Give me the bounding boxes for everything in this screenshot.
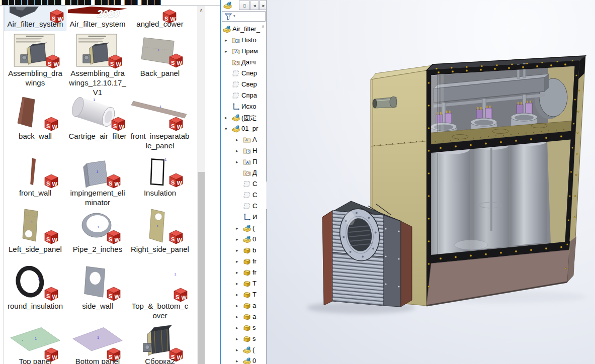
tree-item[interactable]: ▸(固定 — [221, 112, 269, 123]
expand-closed-icon[interactable]: ▸ — [236, 358, 238, 363]
tree-item[interactable]: Спра — [221, 90, 269, 101]
tree-item[interactable]: ▸T — [221, 289, 269, 300]
tree-item[interactable]: Свер — [221, 79, 269, 90]
svg-text:A: A — [235, 49, 238, 54]
file-item[interactable]: 1SWCartrige_air_filter — [68, 95, 127, 154]
tree-item-label: fr — [252, 257, 257, 265]
tree-item[interactable]: И — [221, 212, 269, 223]
tree-item[interactable]: ▸( — [221, 223, 269, 234]
tree-item[interactable]: Д — [221, 167, 269, 178]
expand-closed-icon[interactable]: ▸ — [236, 159, 238, 164]
expand-closed-icon[interactable]: ▸ — [236, 270, 238, 275]
tree-item[interactable]: ▸0 — [221, 355, 269, 364]
file-panel-scrollbar[interactable]: ∧ — [197, 6, 205, 364]
expand-closed-icon[interactable]: ▸ — [225, 49, 227, 54]
svg-text:W: W — [52, 124, 58, 130]
tree-item[interactable]: ▸AП — [221, 156, 269, 167]
filter-dropdown-icon[interactable]: ▾ — [233, 14, 235, 18]
tree-item[interactable]: ▸fr — [221, 256, 269, 267]
file-item[interactable]: 1SWBack_panel — [130, 34, 190, 92]
scrollbar-up-icon[interactable]: ∧ — [197, 6, 205, 14]
tree-item[interactable]: ▸A — [221, 134, 269, 145]
expand-open-icon[interactable]: ▾ — [225, 126, 227, 131]
expand-closed-icon[interactable]: ▸ — [236, 347, 238, 352]
expand-closed-icon[interactable]: ▸ — [236, 281, 238, 286]
file-item[interactable]: SWside_wall — [68, 266, 127, 324]
attachments-folder-icon — [243, 136, 251, 144]
tree-item[interactable]: ▸0 — [221, 234, 269, 245]
file-item[interactable]: 1SWBottom panel — [68, 324, 127, 364]
tree-filter-box[interactable]: ▾ — [222, 11, 266, 22]
expand-closed-icon[interactable]: ▸ — [236, 259, 238, 264]
tree-item[interactable]: ▸Histo — [221, 35, 269, 46]
tree-item[interactable]: Датч — [221, 57, 269, 68]
file-item[interactable]: SWAssembling_drawings — [6, 34, 65, 92]
file-item[interactable]: SWback_wall — [6, 95, 65, 154]
expand-closed-icon[interactable]: ▸ — [236, 148, 238, 153]
solidworks-badge-icon: SW — [167, 171, 185, 189]
tab-splitter-button[interactable]: ▯ — [239, 1, 250, 10]
expand-closed-icon[interactable]: ▸ — [236, 226, 238, 231]
tree-item[interactable]: С — [221, 201, 269, 212]
file-item[interactable]: SWAssembling_drawings_12.10.17_V1 — [68, 34, 127, 92]
tree-item[interactable]: Спер — [221, 68, 269, 79]
svg-text:1: 1 — [159, 105, 162, 109]
viewport[interactable] — [267, 0, 595, 364]
solidworks-badge: SW — [43, 115, 60, 132]
expand-closed-icon[interactable]: ▸ — [236, 314, 238, 319]
tree-item[interactable]: ▸T — [221, 278, 269, 289]
file-item[interactable]: 1SWround_insulation — [6, 266, 65, 324]
file-item[interactable]: SWСборка2 — [130, 324, 190, 364]
file-item[interactable]: 1SWLeft_side_panel — [6, 208, 65, 267]
file-explorer-panel[interactable]: SWAir_filter_system2020Air_filter_system… — [0, 5, 220, 364]
tree-item[interactable]: ▸b — [221, 245, 269, 256]
tree-item-label: T — [252, 291, 257, 298]
file-item[interactable]: 1SWPipe_2_inches — [68, 208, 127, 267]
tree-item[interactable]: ▸AПрим — [221, 46, 269, 57]
expand-closed-icon[interactable]: ▸ — [236, 325, 238, 330]
tree-item[interactable]: ▸( — [221, 344, 269, 355]
tree-item[interactable]: ▸s — [221, 333, 269, 344]
tree-item[interactable]: С — [221, 190, 269, 201]
file-item[interactable]: SWfront_wall — [6, 157, 65, 211]
feature-tree-panel[interactable]: ▯ ◂ ▸ ▾ Air_filter_▸Histo▸AПримДатчСперС… — [221, 0, 269, 364]
svg-text:2020: 2020 — [97, 8, 120, 19]
tree-item[interactable]: ▸s — [221, 322, 269, 333]
tree-item[interactable]: ▾01_pr — [221, 123, 269, 134]
tree-item[interactable]: ▸H — [221, 145, 269, 156]
featuremanager-tab-icon[interactable] — [223, 1, 232, 10]
svg-text:1: 1 — [174, 272, 176, 277]
file-item[interactable]: 1SWfront_inseparatable_panel — [130, 95, 190, 154]
filter-funnel-icon[interactable] — [224, 13, 232, 21]
expand-closed-icon[interactable]: ▸ — [236, 248, 238, 253]
expand-closed-icon[interactable]: ▸ — [225, 38, 227, 43]
expand-closed-icon[interactable]: ▸ — [236, 303, 238, 308]
file-item[interactable]: 1SWInsulation — [130, 157, 190, 211]
file-item[interactable]: 1SWRight_side_panel — [130, 208, 190, 267]
tree-item[interactable]: С — [221, 178, 269, 190]
tree-item[interactable]: ▸fr — [221, 267, 269, 278]
file-item[interactable]: 1SWTop panel — [6, 324, 65, 364]
file-item[interactable]: 1SWimpingement_eliminator — [68, 157, 127, 211]
tree-item[interactable]: Исхо — [221, 101, 269, 112]
tab-scroll-left-button[interactable]: ◂ — [250, 1, 259, 10]
file-thumbnail — [130, 7, 190, 19]
tree-item-label: Д — [252, 169, 257, 176]
file-item-label: Air_filter_system — [6, 19, 65, 29]
file-item[interactable]: 1SWTop_&_bottom_cover — [130, 266, 190, 324]
file-item-label: back_wall — [6, 131, 65, 141]
tree-item[interactable]: ▸a — [221, 300, 269, 311]
file-item-label: Bottom panel — [68, 356, 127, 364]
solidworks-badge: SW — [44, 53, 61, 70]
expand-closed-icon[interactable]: ▸ — [225, 115, 227, 120]
3d-model-air-filter-assembly[interactable] — [267, 0, 595, 364]
file-item-label: Back_panel — [130, 68, 190, 78]
expand-closed-icon[interactable]: ▸ — [236, 336, 238, 341]
expand-closed-icon[interactable]: ▸ — [236, 237, 238, 242]
expand-closed-icon[interactable]: ▸ — [236, 137, 238, 142]
expand-closed-icon[interactable]: ▸ — [236, 292, 238, 297]
tree-item[interactable]: ▸a — [221, 311, 269, 322]
tree-scroll-up-icon[interactable]: ∧ — [260, 24, 266, 30]
tree-item-label: 0 — [252, 357, 256, 364]
scrollbar-thumb[interactable] — [198, 172, 205, 364]
